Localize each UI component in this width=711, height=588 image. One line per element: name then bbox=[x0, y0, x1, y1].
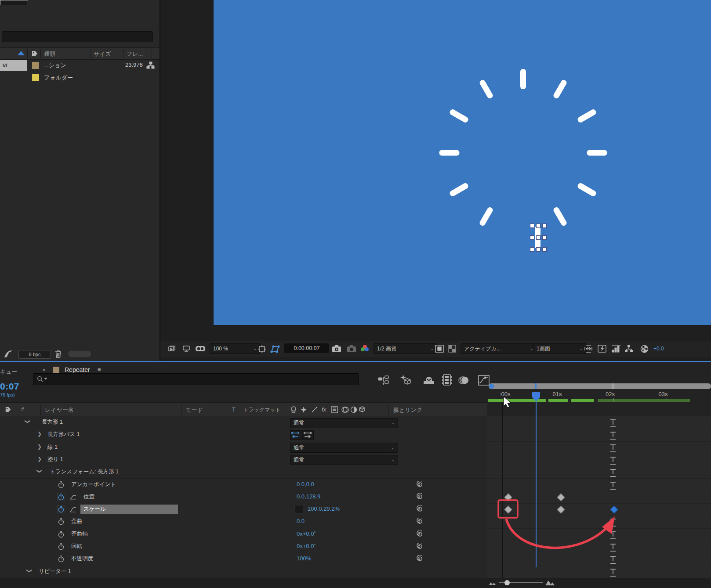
layer-row[interactable]: アンカーポイント0.0,0.0 bbox=[0, 479, 487, 491]
draft-3d-icon[interactable] bbox=[399, 374, 412, 386]
tab-close-icon[interactable]: × bbox=[42, 367, 46, 373]
constrain-proportions-checkbox[interactable] bbox=[294, 505, 303, 514]
keyframe-row[interactable] bbox=[487, 503, 711, 516]
keyframe-row[interactable] bbox=[487, 479, 711, 491]
expand-chevron[interactable]: ❯ bbox=[36, 469, 43, 473]
keyframe-row[interactable] bbox=[487, 454, 711, 466]
zoom-slider-handle[interactable] bbox=[504, 580, 510, 585]
layer-row[interactable]: ❯トランスフォーム: 長方形 1 bbox=[0, 466, 487, 479]
layer-row-label[interactable]: 位置 bbox=[83, 493, 94, 501]
search-icon[interactable] bbox=[37, 376, 44, 382]
layer-row-label[interactable]: トランスフォーム: 長方形 1 bbox=[50, 468, 119, 476]
project-topleft-field[interactable] bbox=[0, 0, 28, 5]
property-value[interactable]: 100% bbox=[297, 555, 311, 562]
layer-row[interactable]: ❯塗り 1 通常 ⌄ bbox=[0, 454, 487, 466]
composition-color-swatch[interactable] bbox=[32, 62, 39, 69]
layer-row-label[interactable]: 塗り 1 bbox=[47, 456, 63, 463]
playhead-line[interactable] bbox=[536, 400, 537, 567]
pick-whip-icon[interactable] bbox=[415, 530, 423, 538]
expand-chevron[interactable]: ❯ bbox=[25, 419, 31, 424]
pick-whip-icon[interactable] bbox=[415, 543, 423, 550]
layer-row-label[interactable]: 線 1 bbox=[47, 444, 58, 451]
always-preview-icon[interactable] bbox=[168, 345, 176, 352]
property-value[interactable]: 0x+0.0˚ bbox=[297, 543, 316, 549]
exposure-shutter-icon[interactable] bbox=[640, 345, 649, 353]
project-item-folder[interactable]: フォルダー bbox=[0, 72, 160, 84]
project-item-composition[interactable]: er ...ション 23.976 bbox=[0, 59, 160, 72]
expand-chevron[interactable]: ❯ bbox=[37, 456, 42, 462]
selected-shape[interactable] bbox=[530, 224, 546, 251]
keyframe-row[interactable] bbox=[487, 541, 711, 553]
zoom-in-hills-icon[interactable] bbox=[545, 579, 555, 586]
bpc-button[interactable]: 8 bpc bbox=[18, 350, 51, 359]
active-camera-dropdown[interactable]: アクティブカ...⌄ bbox=[461, 343, 537, 354]
selection-handle[interactable] bbox=[536, 247, 541, 252]
target-region-icon[interactable] bbox=[435, 345, 444, 353]
fast-preview-icon[interactable] bbox=[598, 345, 606, 353]
keyframe-row[interactable] bbox=[487, 441, 711, 454]
layer-row[interactable]: 歪曲軸0x+0.0˚ bbox=[0, 528, 487, 541]
selection-handle[interactable] bbox=[530, 235, 534, 240]
property-value[interactable]: 0.0,128.9 bbox=[297, 493, 320, 500]
grid-guides-icon[interactable] bbox=[258, 345, 266, 354]
keyframe-row[interactable] bbox=[487, 553, 711, 566]
region-of-interest-icon[interactable] bbox=[270, 345, 280, 354]
stopwatch-icon[interactable] bbox=[58, 543, 65, 550]
col-trackmatte[interactable]: トラックマット bbox=[243, 406, 281, 414]
pixel-aspect-icon[interactable] bbox=[583, 345, 594, 353]
graph-editor-icon[interactable] bbox=[478, 375, 490, 386]
layer-row[interactable]: ❯線 1 通常 ⌄ bbox=[0, 441, 487, 454]
stopwatch-icon[interactable] bbox=[58, 493, 65, 501]
pick-whip-icon[interactable] bbox=[415, 481, 423, 488]
col-parent-link[interactable]: 親とリンク bbox=[393, 406, 422, 414]
pick-whip-icon[interactable] bbox=[415, 518, 423, 525]
viewer-timecode-box[interactable]: 0:00:00:07 bbox=[284, 343, 329, 353]
path-direction-forward-button[interactable] bbox=[302, 430, 314, 440]
search-options-chevron[interactable] bbox=[44, 378, 47, 380]
comp-flowchart-icon[interactable] bbox=[624, 345, 633, 353]
layer-row[interactable]: 位置0.0,128.9 bbox=[0, 491, 487, 504]
stopwatch-icon[interactable] bbox=[58, 505, 65, 513]
keyframe-row[interactable] bbox=[487, 566, 711, 578]
layer-row[interactable]: ❯長方形 1 通常 ⌄ bbox=[0, 416, 487, 429]
project-filter-box[interactable] bbox=[2, 31, 153, 42]
tab-menu-icon[interactable]: ≡ bbox=[98, 366, 101, 373]
effects-brush-icon[interactable] bbox=[4, 350, 13, 358]
graph-toggle-icon[interactable] bbox=[69, 494, 76, 500]
property-value[interactable]: 100.0,29.2% bbox=[308, 505, 340, 512]
layer-row-label[interactable]: 長方形パス 1 bbox=[47, 431, 80, 438]
keyframe-diamond[interactable] bbox=[557, 493, 565, 501]
composition-canvas[interactable] bbox=[214, 0, 711, 325]
layer-row-label[interactable]: アンカーポイント bbox=[71, 481, 116, 488]
project-col-type[interactable]: 種類 bbox=[44, 50, 55, 58]
vr-goggles-icon[interactable] bbox=[195, 346, 206, 352]
property-value[interactable]: 0.0 bbox=[297, 518, 305, 524]
timeline-search-box[interactable] bbox=[33, 373, 359, 385]
layer-row[interactable]: 回転0x+0.0˚ bbox=[0, 541, 487, 553]
layer-row[interactable]: ❯長方形パス 1 bbox=[0, 429, 487, 441]
selection-handle[interactable] bbox=[536, 235, 541, 240]
switches-header-icons[interactable]: fx bbox=[289, 405, 366, 414]
selection-handle[interactable] bbox=[542, 224, 547, 228]
col-trackmatte-t[interactable]: T bbox=[232, 406, 236, 413]
blend-mode-dropdown[interactable]: 通常 ⌄ bbox=[290, 455, 398, 465]
pick-whip-icon[interactable] bbox=[415, 505, 423, 513]
panel-divider[interactable] bbox=[160, 0, 160, 361]
project-col-fps[interactable]: フレ... bbox=[127, 50, 143, 58]
resolution-dropdown[interactable]: 1/2 画質⌄ bbox=[374, 343, 438, 354]
label-tag-icon[interactable] bbox=[4, 406, 12, 413]
show-snapshot-icon[interactable] bbox=[347, 345, 356, 353]
col-number[interactable]: # bbox=[21, 406, 24, 412]
col-layer-name[interactable]: レイヤー名 bbox=[45, 406, 74, 414]
pick-whip-icon[interactable] bbox=[415, 493, 423, 501]
property-value[interactable]: 0.0,0.0 bbox=[297, 481, 314, 487]
snapshot-camera-icon[interactable] bbox=[332, 345, 341, 353]
transparency-grid-icon[interactable] bbox=[448, 345, 456, 353]
col-mode[interactable]: モード bbox=[185, 406, 203, 414]
selection-handle[interactable] bbox=[536, 224, 541, 228]
shy-layers-icon[interactable] bbox=[423, 376, 435, 385]
timeline-panel-icon[interactable] bbox=[611, 345, 621, 353]
motion-blur-icon[interactable] bbox=[458, 375, 469, 385]
layer-row[interactable]: 不透明度100% bbox=[0, 553, 487, 566]
expand-chevron[interactable]: ❯ bbox=[37, 431, 42, 437]
